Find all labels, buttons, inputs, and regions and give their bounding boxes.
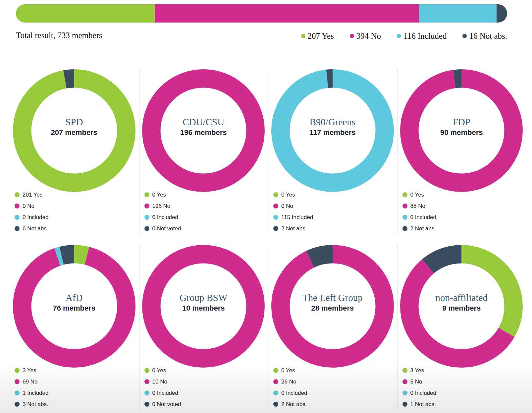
legend-dot-yes bbox=[402, 368, 407, 373]
legend-item-included: 115 Included bbox=[273, 212, 397, 223]
legend-dot-no bbox=[144, 204, 149, 208]
party-charts-grid: SPD207 members201 Yes0 No0 Included6 Not… bbox=[10, 69, 526, 410]
legend-label: 0 Not voted bbox=[152, 401, 181, 408]
donut-chart-spd: SPD207 members bbox=[13, 69, 135, 192]
donut-svg-afd bbox=[13, 245, 135, 368]
legend-item-no: 0 No bbox=[15, 201, 139, 212]
legend-dot-included bbox=[15, 390, 20, 395]
legend-dot-included bbox=[273, 390, 278, 395]
legend-label: 2 Not abs. bbox=[281, 225, 307, 232]
headline-row: Total result, 733 members 207 Yes394 No1… bbox=[16, 30, 507, 41]
legend-label: 201 Yes bbox=[23, 192, 43, 198]
total-legend-item-not_abs: 16 Not abs. bbox=[462, 31, 507, 41]
legend-dot-not_abs bbox=[462, 34, 467, 38]
legend-dot-no bbox=[402, 204, 407, 208]
legend-dot-yes bbox=[15, 192, 20, 197]
legend-item-not_abs: 3 Not abs. bbox=[15, 399, 139, 410]
party-legend-b90-greens: 0 Yes0 No115 Included2 Not abs. bbox=[268, 189, 397, 234]
legend-label: 0 Yes bbox=[152, 192, 166, 198]
legend-dot-no bbox=[15, 379, 20, 384]
donut-svg-non-affiliated bbox=[400, 245, 523, 368]
legend-label: 116 Included bbox=[403, 31, 447, 41]
legend-item-no: 10 No bbox=[144, 376, 268, 387]
legend-item-not_abs: 0 Not voted bbox=[144, 223, 268, 234]
legend-label: 2 Not abs. bbox=[410, 225, 436, 232]
party-card-b90-greens: B90/Greens117 members0 Yes0 No115 Includ… bbox=[268, 69, 397, 234]
legend-dot-yes bbox=[15, 368, 20, 373]
donut-segment-no bbox=[151, 254, 256, 358]
legend-dot-not_abs bbox=[15, 402, 20, 407]
legend-dot-not_abs bbox=[144, 402, 149, 407]
total-legend: 207 Yes394 No116 Included16 Not abs. bbox=[301, 31, 507, 41]
legend-item-not_abs: 6 Not abs. bbox=[15, 223, 139, 234]
legend-label: 6 Not abs. bbox=[23, 225, 48, 232]
party-card-the-left-group: The Left Group28 members0 Yes26 No0 Incl… bbox=[268, 245, 397, 410]
legend-dot-yes bbox=[144, 368, 149, 373]
legend-dot-yes bbox=[144, 192, 149, 197]
legend-label: 394 No bbox=[356, 31, 381, 41]
legend-dot-no bbox=[350, 34, 354, 38]
legend-label: 2 Not abs. bbox=[281, 401, 307, 408]
donut-svg-fdp bbox=[400, 69, 523, 192]
legend-label: 0 Included bbox=[23, 214, 48, 221]
legend-item-no: 69 No bbox=[15, 376, 139, 387]
legend-dot-included bbox=[144, 390, 149, 395]
legend-dot-no bbox=[402, 379, 407, 384]
legend-dot-not_abs bbox=[15, 226, 20, 231]
party-card-cdu-csu: CDU/CSU196 members0 Yes196 No0 Included0… bbox=[139, 69, 268, 234]
party-card-afd: AfD76 members3 Yes69 No1 Included3 Not a… bbox=[10, 245, 139, 410]
legend-label: 0 No bbox=[281, 203, 293, 209]
legend-label: 196 No bbox=[152, 203, 171, 209]
legend-item-included: 0 Included bbox=[402, 387, 526, 399]
legend-label: 5 No bbox=[410, 379, 422, 385]
party-legend-the-left-group: 0 Yes26 No0 Included2 Not abs. bbox=[268, 365, 397, 410]
donut-chart-fdp: FDP90 members bbox=[400, 69, 523, 192]
total-legend-item-included: 116 Included bbox=[397, 31, 447, 41]
party-legend-afd: 3 Yes69 No1 Included3 Not abs. bbox=[10, 365, 139, 410]
legend-label: 69 No bbox=[23, 379, 37, 385]
legend-item-included: 0 Included bbox=[273, 387, 397, 399]
legend-label: 115 Included bbox=[281, 214, 313, 221]
legend-item-included: 0 Included bbox=[144, 387, 268, 399]
donut-svg-spd bbox=[13, 69, 135, 192]
legend-label: 1 Included bbox=[23, 390, 48, 396]
total-legend-item-no: 394 No bbox=[350, 31, 381, 41]
donut-svg-the-left-group bbox=[271, 245, 394, 368]
donut-segment-no bbox=[409, 78, 514, 183]
total-result-title: Total result, 733 members bbox=[16, 30, 102, 40]
legend-label: 1 Not abs. bbox=[410, 401, 436, 408]
party-legend-spd: 201 Yes0 No0 Included6 Not abs. bbox=[10, 189, 139, 234]
legend-dot-yes bbox=[273, 368, 278, 373]
legend-label: 3 Yes bbox=[410, 367, 424, 374]
legend-label: 207 Yes bbox=[308, 31, 334, 41]
party-legend-cdu-csu: 0 Yes196 No0 Included0 Not voted bbox=[139, 189, 268, 234]
legend-label: 0 Yes bbox=[152, 367, 166, 374]
legend-label: 16 Not abs. bbox=[469, 31, 507, 41]
legend-item-no: 26 No bbox=[273, 376, 397, 387]
legend-dot-included bbox=[402, 215, 407, 220]
legend-label: 0 Not voted bbox=[152, 225, 181, 232]
party-card-non-affiliated: non-affiliated9 members3 Yes5 No0 Includ… bbox=[397, 245, 526, 410]
legend-label: 3 Yes bbox=[23, 367, 36, 374]
donut-segment-included bbox=[281, 78, 385, 183]
legend-item-no: 0 No bbox=[273, 201, 397, 212]
legend-dot-included bbox=[273, 215, 278, 220]
party-legend-fdp: 0 Yes88 No0 Included2 Not abs. bbox=[398, 189, 526, 234]
party-legend-non-affiliated: 3 Yes5 No0 Included1 Not abs. bbox=[398, 365, 526, 410]
legend-dot-not_abs bbox=[402, 226, 407, 231]
legend-item-no: 88 No bbox=[402, 201, 526, 212]
legend-item-not_abs: 2 Not abs. bbox=[273, 223, 397, 234]
donut-chart-b90-greens: B90/Greens117 members bbox=[271, 69, 394, 192]
legend-label: 88 No bbox=[410, 203, 425, 209]
bar-segment-included bbox=[419, 4, 497, 23]
legend-item-included: 0 Included bbox=[144, 212, 268, 223]
legend-label: 0 Included bbox=[410, 214, 436, 221]
legend-dot-yes bbox=[402, 192, 407, 197]
donut-chart-group-bsw: Group BSW10 members bbox=[142, 245, 265, 368]
donut-chart-afd: AfD76 members bbox=[13, 245, 135, 368]
legend-dot-not_abs bbox=[144, 226, 149, 231]
party-card-fdp: FDP90 members0 Yes88 No0 Included2 Not a… bbox=[397, 69, 526, 234]
donut-svg-b90-greens bbox=[271, 69, 394, 192]
legend-dot-no bbox=[273, 379, 278, 384]
donut-chart-cdu-csu: CDU/CSU196 members bbox=[142, 69, 265, 192]
